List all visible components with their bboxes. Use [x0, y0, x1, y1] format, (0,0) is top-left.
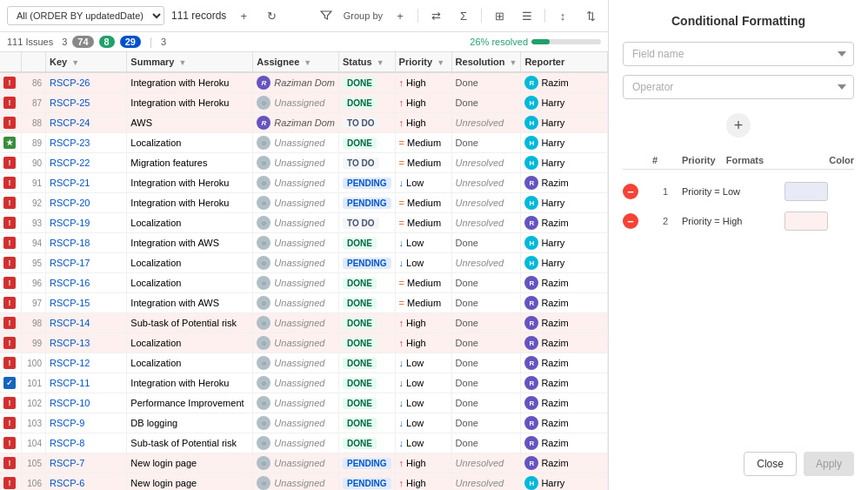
table-row[interactable]: ! 93 RSCP-19 Localization ○Unassigned TO…	[0, 213, 608, 233]
reporter-cell: R Razim	[521, 413, 608, 433]
col-header-resolution[interactable]: Resolution ▼	[451, 52, 521, 72]
summary-cell: Localization	[127, 253, 253, 273]
assignee-cell-td: ○Unassigned	[253, 173, 339, 193]
refresh-button[interactable]: ↻	[261, 5, 282, 26]
key-cell[interactable]: RSCP-12	[46, 353, 127, 373]
row-num: 102	[22, 393, 46, 413]
key-cell[interactable]: RSCP-21	[46, 173, 127, 193]
key-cell[interactable]: RSCP-11	[46, 373, 127, 393]
reporter-avatar: R	[524, 76, 538, 90]
key-cell[interactable]: RSCP-24	[46, 113, 127, 133]
table-row[interactable]: ! 100 RSCP-12 Localization ○Unassigned D…	[0, 353, 608, 373]
col-header-assignee[interactable]: Assignee ▼	[253, 52, 339, 72]
table-row[interactable]: ! 99 RSCP-13 Localization ○Unassigned DO…	[0, 333, 608, 353]
table-row[interactable]: ! 97 RSCP-15 Integration with AWS ○Unass…	[0, 293, 608, 313]
remove-btn-2[interactable]: −	[623, 213, 649, 229]
key-cell[interactable]: RSCP-9	[46, 413, 127, 433]
key-cell[interactable]: RSCP-14	[46, 313, 127, 333]
table-row[interactable]: ! 87 RSCP-25 Integration with Heroku ○Un…	[0, 93, 608, 113]
col-header-key[interactable]: Key ▼	[46, 52, 127, 72]
key-cell[interactable]: RSCP-10	[46, 393, 127, 413]
row-num: 103	[22, 413, 46, 433]
grid-view-button[interactable]: ⊞	[489, 5, 510, 26]
table-row[interactable]: ! 86 RSCP-26 Integration with Heroku RRa…	[0, 72, 608, 93]
key-cell[interactable]: RSCP-18	[46, 233, 127, 253]
col-header-reporter[interactable]: Reporter	[521, 52, 608, 72]
type-cell: !	[0, 113, 22, 133]
format-desc-1: Priority = Low	[682, 186, 781, 197]
key-cell[interactable]: RSCP-23	[46, 133, 127, 153]
remove-format-1-button[interactable]: −	[623, 184, 638, 199]
reporter-name: Harry	[541, 117, 564, 128]
table-row[interactable]: ! 102 RSCP-10 Performance Improvement ○U…	[0, 393, 608, 413]
table-row[interactable]: ! 92 RSCP-20 Integration with Heroku ○Un…	[0, 193, 608, 213]
key-cell[interactable]: RSCP-8	[46, 433, 127, 453]
col-header-status[interactable]: Status ▼	[339, 52, 396, 72]
sum-icon-button[interactable]: Σ	[453, 5, 474, 26]
table-row[interactable]: ! 105 RSCP-7 New login page ○Unassigned …	[0, 453, 608, 473]
col-header-summary[interactable]: Summary ▼	[127, 52, 253, 72]
table-row[interactable]: ★ 89 RSCP-23 Localization ○Unassigned DO…	[0, 133, 608, 153]
remove-btn-1[interactable]: −	[623, 184, 649, 199]
avatar: ○	[257, 396, 270, 410]
key-cell[interactable]: RSCP-26	[46, 72, 127, 93]
color-swatch-high[interactable]	[785, 211, 828, 231]
summary-cell: AWS	[127, 113, 253, 133]
group-add-button[interactable]: +	[390, 5, 411, 26]
priority-arrow: =	[399, 278, 404, 288]
key-cell[interactable]: RSCP-13	[46, 333, 127, 353]
row-num: 88	[22, 113, 46, 133]
sort-select[interactable]: All (ORDER BY updatedDate)	[7, 6, 164, 25]
key-cell[interactable]: RSCP-20	[46, 193, 127, 213]
table-row[interactable]: ! 96 RSCP-16 Localization ○Unassigned DO…	[0, 273, 608, 293]
status-badge: TO DO	[343, 158, 378, 169]
table-container[interactable]: Key ▼ Summary ▼ Assignee ▼ Status ▼ Prio…	[0, 52, 608, 490]
table-row[interactable]: ! 90 RSCP-22 Migration features ○Unassig…	[0, 153, 608, 173]
expand-button[interactable]: ↕	[552, 5, 573, 26]
operator-select[interactable]: Operator	[623, 75, 854, 99]
table-row[interactable]: ! 91 RSCP-21 Integration with Heroku ○Un…	[0, 173, 608, 193]
table-row[interactable]: ! 106 RSCP-6 New login page ○Unassigned …	[0, 473, 608, 491]
reporter-avatar: H	[524, 476, 538, 490]
table-row[interactable]: ! 95 RSCP-17 Localization ○Unassigned PE…	[0, 253, 608, 273]
remove-format-2-button[interactable]: −	[623, 213, 638, 229]
reporter-cell: R Razim	[521, 72, 608, 93]
key-cell[interactable]: RSCP-7	[46, 453, 127, 473]
table-row[interactable]: ✓ 101 RSCP-11 Integration with Heroku ○U…	[0, 373, 608, 393]
table-row[interactable]: ! 98 RSCP-14 Sub-task of Potential risk …	[0, 313, 608, 333]
list-view-button[interactable]: ☰	[517, 5, 537, 26]
add-record-button[interactable]: +	[233, 5, 254, 26]
add-format-button[interactable]: +	[726, 113, 751, 138]
assignee-cell-td: ○Unassigned	[253, 313, 339, 333]
color-swatch-low[interactable]	[785, 182, 828, 201]
key-cell[interactable]: RSCP-15	[46, 293, 127, 313]
type-cell: ✓	[0, 373, 22, 393]
key-cell[interactable]: RSCP-25	[46, 93, 127, 113]
table-row[interactable]: ! 103 RSCP-9 DB logging ○Unassigned DONE…	[0, 413, 608, 433]
table-row[interactable]: ! 94 RSCP-18 Integration with AWS ○Unass…	[0, 233, 608, 253]
assignee-cell: ○Unassigned	[257, 436, 335, 450]
col-header-priority[interactable]: Priority ▼	[395, 52, 451, 72]
format-desc-2: Priority = High	[682, 216, 781, 226]
close-button[interactable]: Close	[744, 452, 797, 476]
type-icon: !	[3, 97, 16, 109]
field-name-select[interactable]: Field name	[623, 42, 854, 66]
col-header-type[interactable]	[0, 52, 22, 72]
sort-icon-button[interactable]: ⇄	[425, 5, 446, 26]
key-cell[interactable]: RSCP-22	[46, 153, 127, 173]
key-cell[interactable]: RSCP-16	[46, 273, 127, 293]
type-icon: !	[3, 297, 16, 309]
summary-cell: Localization	[127, 333, 253, 353]
table-row[interactable]: ! 88 RSCP-24 AWS RRaziman Dom TO DO ↑ Hi…	[0, 113, 608, 133]
key-cell[interactable]: RSCP-19	[46, 213, 127, 233]
key-cell[interactable]: RSCP-17	[46, 253, 127, 273]
priority-value: ↑ High	[399, 478, 448, 488]
avatar: ○	[257, 436, 270, 450]
collapse-button[interactable]: ⇅	[580, 5, 601, 26]
key-cell[interactable]: RSCP-6	[46, 473, 127, 491]
filter-button[interactable]	[316, 5, 337, 26]
table-row[interactable]: ! 104 RSCP-8 Sub-task of Potential risk …	[0, 433, 608, 453]
apply-button[interactable]: Apply	[804, 452, 854, 476]
status-cell: DONE	[339, 233, 396, 253]
resolution-cell: Unresolved	[451, 213, 521, 233]
